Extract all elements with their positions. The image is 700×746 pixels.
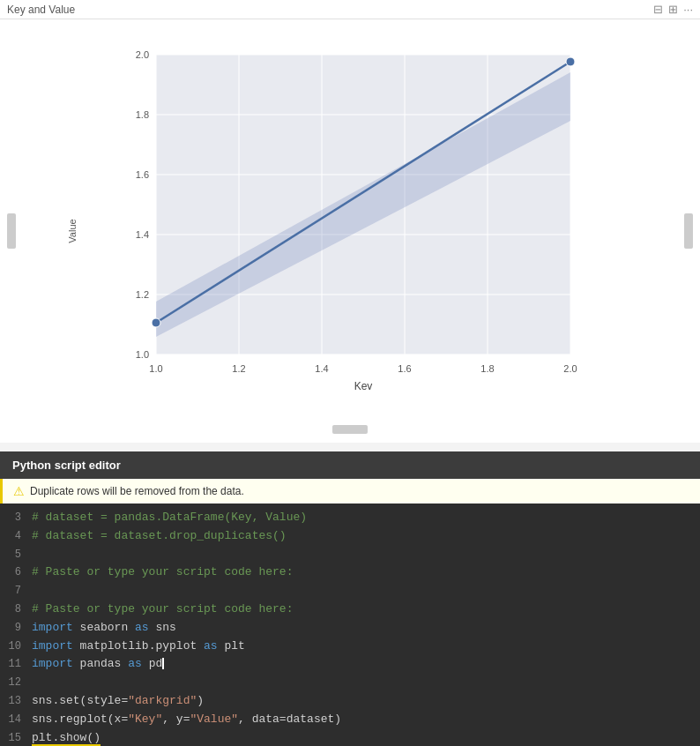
code-line-12: 12 [0, 674, 700, 692]
svg-text:2.0: 2.0 [563, 363, 577, 374]
chart-area: 2.0 1.8 1.6 1.4 1.2 1.0 1.0 1.2 1.4 1.6 … [103, 46, 597, 399]
scroll-right[interactable] [684, 213, 693, 249]
code-line-6: 6 # Paste or type your script code here: [0, 563, 700, 582]
warning-bar: ⚠ Duplicate rows will be removed from th… [0, 479, 700, 504]
svg-text:1.0: 1.0 [136, 349, 149, 360]
svg-text:1.6: 1.6 [398, 363, 411, 374]
toolbar-icons: ⊟ ⊞ ··· [653, 3, 693, 16]
filter-icon[interactable]: ⊟ [653, 3, 663, 16]
svg-text:1.2: 1.2 [136, 289, 149, 300]
svg-text:1.2: 1.2 [232, 363, 245, 374]
svg-text:1.6: 1.6 [136, 169, 149, 180]
svg-text:Key: Key [354, 380, 373, 390]
svg-point-15 [152, 318, 160, 327]
python-editor: Python script editor ⚠ Duplicate rows wi… [0, 451, 700, 746]
code-area[interactable]: 3 # dataset = pandas.DataFrame(Key, Valu… [0, 504, 700, 746]
editor-title: Python script editor [0, 451, 700, 479]
warning-icon: ⚠ [13, 484, 25, 498]
scroll-bottom[interactable] [332, 425, 368, 434]
code-line-11: 11 import pandas as pd [0, 655, 700, 674]
title-bar: Key and Value ⊟ ⊞ ··· [0, 0, 700, 19]
svg-text:1.0: 1.0 [149, 363, 162, 374]
code-line-9: 9 import seaborn as sns [0, 619, 700, 638]
code-line-14: 14 sns.regplot(x="Key", y="Value", data=… [0, 711, 700, 729]
svg-text:1.8: 1.8 [480, 363, 494, 374]
chart-title: Key and Value [7, 4, 75, 16]
code-line-8: 8 # Paste or type your script code here: [0, 601, 700, 619]
scroll-left[interactable] [7, 213, 16, 249]
svg-text:1.4: 1.4 [136, 229, 149, 240]
chart-svg: 2.0 1.8 1.6 1.4 1.2 1.0 1.0 1.2 1.4 1.6 … [103, 46, 597, 390]
svg-text:1.4: 1.4 [315, 363, 328, 374]
svg-text:1.8: 1.8 [136, 109, 149, 120]
code-line-15: 15 plt.show() [0, 729, 700, 746]
svg-text:2.0: 2.0 [136, 49, 149, 60]
more-icon[interactable]: ··· [683, 3, 693, 16]
table-icon[interactable]: ⊞ [668, 3, 678, 16]
code-line-3: 3 # dataset = pandas.DataFrame(Key, Valu… [0, 509, 700, 527]
code-line-7: 7 [0, 582, 700, 601]
code-line-5: 5 [0, 546, 700, 564]
code-line-10: 10 import matplotlib.pyplot as plt [0, 638, 700, 656]
svg-point-16 [566, 57, 575, 66]
warning-text: Duplicate rows will be removed from the … [30, 485, 244, 497]
y-axis-label: Value [67, 219, 78, 242]
code-line-4: 4 # dataset = dataset.drop_duplicates() [0, 527, 700, 546]
chart-container: Value [0, 19, 700, 443]
code-line-13: 13 sns.set(style="darkgrid") [0, 692, 700, 711]
